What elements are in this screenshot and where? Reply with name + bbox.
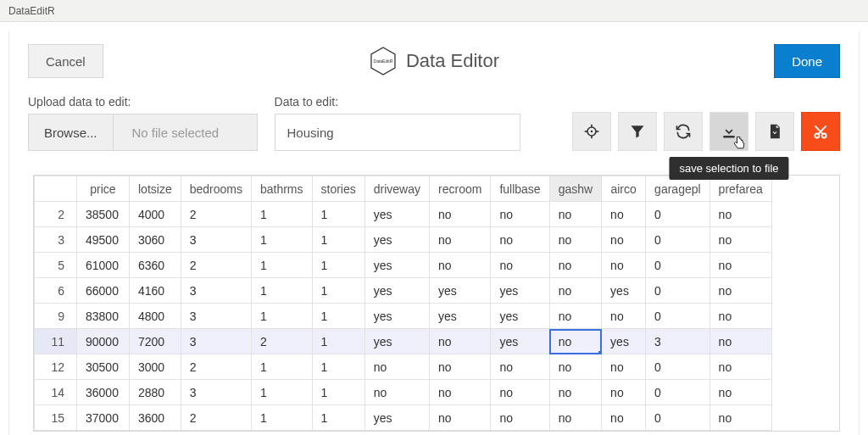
cell-prefarea[interactable]: no bbox=[709, 278, 771, 304]
cell-price[interactable]: 30500 bbox=[77, 354, 130, 380]
cell-prefarea[interactable]: no bbox=[709, 405, 771, 431]
cell-garagepl[interactable]: 0 bbox=[646, 380, 710, 405]
cell-airco[interactable]: no bbox=[602, 354, 646, 380]
cell-garagepl[interactable]: 0 bbox=[646, 253, 710, 278]
cell-bathrms[interactable]: 1 bbox=[251, 380, 312, 405]
cell-stories[interactable]: 1 bbox=[312, 227, 364, 253]
cell-driveway[interactable]: yes bbox=[364, 253, 429, 278]
browse-button[interactable]: Browse... bbox=[28, 114, 114, 151]
cell-garagepl[interactable]: 0 bbox=[646, 278, 710, 304]
row-number[interactable]: 3 bbox=[35, 227, 77, 253]
cell-airco[interactable]: yes bbox=[602, 278, 646, 304]
row-number[interactable]: 2 bbox=[35, 202, 77, 227]
cell-prefarea[interactable]: no bbox=[709, 380, 771, 405]
cell-recroom[interactable]: yes bbox=[430, 304, 491, 329]
cell-prefarea[interactable]: no bbox=[709, 253, 771, 278]
table-row[interactable]: 9838004800311yesyesyesnono0no bbox=[35, 304, 772, 329]
cell-lotsize[interactable]: 3060 bbox=[130, 227, 181, 253]
cell-fullbase[interactable]: no bbox=[491, 227, 549, 253]
cell-recroom[interactable]: no bbox=[430, 253, 491, 278]
cell-fullbase[interactable]: no bbox=[491, 202, 549, 227]
cell-bathrms[interactable]: 1 bbox=[251, 405, 312, 431]
table-row[interactable]: 15370003600211yesnononono0no bbox=[35, 405, 772, 431]
cell-bathrms[interactable]: 1 bbox=[251, 253, 312, 278]
cell-gashw[interactable]: no bbox=[549, 253, 601, 278]
cell-bedrooms[interactable]: 3 bbox=[181, 329, 251, 354]
cell-gashw[interactable]: no bbox=[549, 354, 601, 380]
cell-lotsize[interactable]: 3600 bbox=[130, 405, 181, 431]
cell-lotsize[interactable]: 4000 bbox=[130, 202, 181, 227]
cell-garagepl[interactable]: 0 bbox=[646, 202, 710, 227]
cell-airco[interactable]: no bbox=[602, 202, 646, 227]
row-number[interactable]: 6 bbox=[35, 278, 77, 304]
row-number[interactable]: 11 bbox=[35, 329, 77, 354]
cell-fullbase[interactable]: no bbox=[491, 253, 549, 278]
header-driveway[interactable]: driveway bbox=[364, 176, 429, 202]
cell-recroom[interactable]: yes bbox=[430, 278, 491, 304]
cancel-button[interactable]: Cancel bbox=[28, 44, 103, 78]
header-garagepl[interactable]: garagepl bbox=[646, 176, 710, 202]
cell-price[interactable]: 49500 bbox=[77, 227, 130, 253]
cell-garagepl[interactable]: 0 bbox=[646, 304, 710, 329]
cell-price[interactable]: 38500 bbox=[77, 202, 130, 227]
cell-stories[interactable]: 1 bbox=[312, 304, 364, 329]
table-row[interactable]: 2385004000211yesnononono0no bbox=[35, 202, 772, 227]
cell-stories[interactable]: 1 bbox=[312, 354, 364, 380]
cell-prefarea[interactable]: no bbox=[709, 304, 771, 329]
cell-bedrooms[interactable]: 3 bbox=[181, 227, 251, 253]
header-rownum[interactable] bbox=[35, 176, 77, 202]
cell-recroom[interactable]: no bbox=[430, 329, 491, 354]
cell-stories[interactable]: 1 bbox=[312, 278, 364, 304]
cell-lotsize[interactable]: 4160 bbox=[130, 278, 181, 304]
table-row[interactable]: 14360002880311nonononono0no bbox=[35, 380, 772, 405]
cell-bedrooms[interactable]: 2 bbox=[181, 202, 251, 227]
header-recroom[interactable]: recroom bbox=[430, 176, 491, 202]
cell-gashw[interactable]: no bbox=[549, 278, 601, 304]
cell-airco[interactable]: no bbox=[602, 380, 646, 405]
cell-stories[interactable]: 1 bbox=[312, 329, 364, 354]
cell-gashw[interactable]: no bbox=[549, 227, 601, 253]
cell-driveway[interactable]: yes bbox=[364, 304, 429, 329]
done-button[interactable]: Done bbox=[774, 44, 840, 78]
row-number[interactable]: 15 bbox=[35, 405, 77, 431]
row-number[interactable]: 5 bbox=[35, 253, 77, 278]
header-gashw[interactable]: gashw bbox=[549, 176, 601, 202]
cell-fullbase[interactable]: no bbox=[491, 354, 549, 380]
cell-driveway[interactable]: yes bbox=[364, 278, 429, 304]
table-row[interactable]: 3495003060311yesnononono0no bbox=[35, 227, 772, 253]
cell-driveway[interactable]: no bbox=[364, 354, 429, 380]
cell-bedrooms[interactable]: 3 bbox=[181, 278, 251, 304]
cell-fullbase[interactable]: yes bbox=[491, 304, 549, 329]
cell-stories[interactable]: 1 bbox=[312, 405, 364, 431]
filter-icon[interactable] bbox=[618, 112, 657, 151]
cell-airco[interactable]: no bbox=[602, 253, 646, 278]
cell-prefarea[interactable]: no bbox=[709, 329, 771, 354]
cell-lotsize[interactable]: 2880 bbox=[130, 380, 181, 405]
cell-airco[interactable]: no bbox=[602, 227, 646, 253]
cell-fullbase[interactable]: yes bbox=[491, 329, 549, 354]
cell-bedrooms[interactable]: 2 bbox=[181, 354, 251, 380]
dataset-input[interactable] bbox=[275, 114, 520, 151]
cell-bathrms[interactable]: 1 bbox=[251, 227, 312, 253]
cell-bathrms[interactable]: 1 bbox=[251, 354, 312, 380]
table-row[interactable]: 5610006360211yesnononono0no bbox=[35, 253, 772, 278]
cell-stories[interactable]: 1 bbox=[312, 380, 364, 405]
header-bedrooms[interactable]: bedrooms bbox=[181, 176, 251, 202]
cell-prefarea[interactable]: no bbox=[709, 354, 771, 380]
cell-driveway[interactable]: yes bbox=[364, 405, 429, 431]
cell-price[interactable]: 83800 bbox=[77, 304, 130, 329]
cell-driveway[interactable]: no bbox=[364, 380, 429, 405]
table-row[interactable]: 11900007200321yesnoyesnoyes3no bbox=[35, 329, 772, 354]
table-row[interactable]: 6660004160311yesyesyesnoyes0no bbox=[35, 278, 772, 304]
header-price[interactable]: price bbox=[77, 176, 130, 202]
cell-airco[interactable]: no bbox=[602, 405, 646, 431]
cell-bedrooms[interactable]: 2 bbox=[181, 405, 251, 431]
cell-garagepl[interactable]: 0 bbox=[646, 405, 710, 431]
cell-price[interactable]: 66000 bbox=[77, 278, 130, 304]
cell-bathrms[interactable]: 1 bbox=[251, 304, 312, 329]
cell-recroom[interactable]: no bbox=[430, 380, 491, 405]
cell-stories[interactable]: 1 bbox=[312, 253, 364, 278]
cell-airco[interactable]: yes bbox=[602, 329, 646, 354]
cell-gashw[interactable]: no bbox=[549, 380, 601, 405]
data-table[interactable]: pricelotsizebedroomsbathrmsstoriesdrivew… bbox=[34, 176, 772, 431]
